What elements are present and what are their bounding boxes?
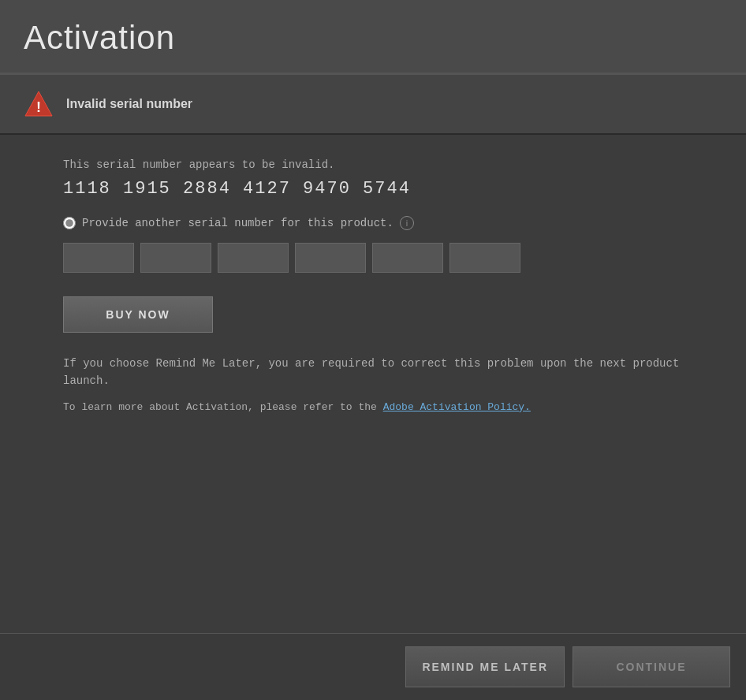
dialog-title: Activation: [24, 19, 722, 57]
error-message: Invalid serial number: [66, 97, 192, 111]
policy-text: To learn more about Activation, please r…: [63, 401, 714, 413]
activation-dialog: Activation ! Invalid serial number This …: [0, 0, 746, 700]
invalid-serial-number: 1118 1915 2884 4127 9470 5744: [63, 179, 714, 199]
serial-input-4[interactable]: [295, 243, 366, 273]
radio-label: Provide another serial number for this p…: [82, 217, 394, 229]
remind-later-button[interactable]: REMIND ME LATER: [405, 646, 565, 687]
serial-input-1[interactable]: [63, 243, 134, 273]
buy-now-button[interactable]: BUY NOW: [63, 296, 213, 333]
policy-prefix: To learn more about Activation, please r…: [63, 401, 383, 413]
warning-icon: !: [24, 89, 54, 119]
provide-serial-radio[interactable]: [63, 217, 76, 229]
serial-input-3[interactable]: [218, 243, 289, 273]
serial-input-6[interactable]: [449, 243, 520, 273]
serial-input-5[interactable]: [372, 243, 443, 273]
dialog-header: Activation: [0, 0, 746, 74]
info-icon[interactable]: i: [400, 216, 414, 230]
radio-row: Provide another serial number for this p…: [63, 216, 714, 230]
svg-text:!: !: [36, 99, 41, 115]
error-banner: ! Invalid serial number: [0, 74, 746, 134]
description-text: This serial number appears to be invalid…: [63, 158, 714, 171]
adobe-activation-policy-link[interactable]: Adobe Activation Policy.: [383, 401, 531, 413]
serial-input-group: [63, 243, 714, 273]
main-content: This serial number appears to be invalid…: [0, 135, 746, 633]
dialog-footer: REMIND ME LATER CONTINUE: [0, 633, 746, 700]
reminder-info-text: If you choose Remind Me Later, you are r…: [63, 355, 710, 390]
serial-input-2[interactable]: [140, 243, 211, 273]
continue-button[interactable]: CONTINUE: [573, 646, 730, 687]
